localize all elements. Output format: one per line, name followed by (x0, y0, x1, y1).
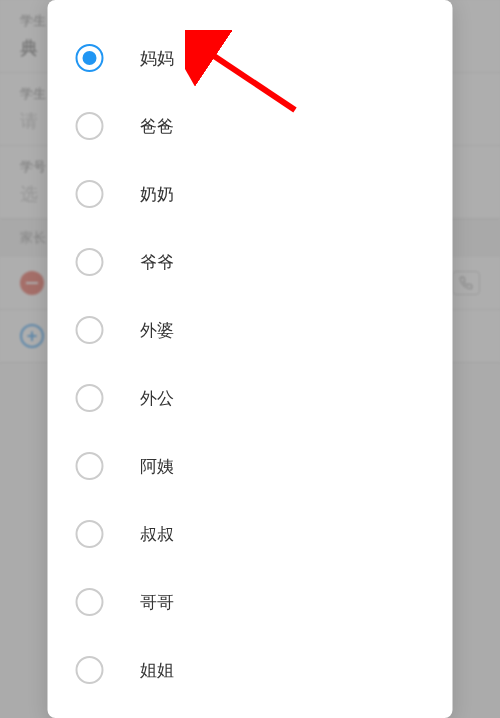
radio-icon (76, 588, 104, 616)
option-guardian[interactable]: 家长 (48, 704, 453, 718)
radio-icon (76, 520, 104, 548)
radio-icon (76, 44, 104, 72)
option-mother[interactable]: 妈妈 (48, 24, 453, 92)
option-label: 哥哥 (140, 591, 174, 614)
radio-icon (76, 452, 104, 480)
option-label: 奶奶 (140, 183, 174, 206)
option-label: 外公 (140, 387, 174, 410)
option-label: 阿姨 (140, 455, 174, 478)
relationship-dialog: 妈妈 爸爸 奶奶 爷爷 外婆 外公 阿姨 叔叔 (48, 0, 453, 718)
option-label: 妈妈 (140, 47, 174, 70)
option-label: 姐姐 (140, 659, 174, 682)
option-paternal-grandfather[interactable]: 爷爷 (48, 228, 453, 296)
radio-icon (76, 248, 104, 276)
option-maternal-grandfather[interactable]: 外公 (48, 364, 453, 432)
option-list: 妈妈 爸爸 奶奶 爷爷 外婆 外公 阿姨 叔叔 (48, 0, 453, 718)
option-paternal-grandmother[interactable]: 奶奶 (48, 160, 453, 228)
option-label: 叔叔 (140, 523, 174, 546)
option-father[interactable]: 爸爸 (48, 92, 453, 160)
radio-icon (76, 112, 104, 140)
radio-icon (76, 180, 104, 208)
option-label: 爸爸 (140, 115, 174, 138)
option-older-brother[interactable]: 哥哥 (48, 568, 453, 636)
option-uncle[interactable]: 叔叔 (48, 500, 453, 568)
option-aunt[interactable]: 阿姨 (48, 432, 453, 500)
option-label: 爷爷 (140, 251, 174, 274)
option-label: 外婆 (140, 319, 174, 342)
radio-icon (76, 316, 104, 344)
radio-icon (76, 656, 104, 684)
radio-icon (76, 384, 104, 412)
option-older-sister[interactable]: 姐姐 (48, 636, 453, 704)
option-maternal-grandmother[interactable]: 外婆 (48, 296, 453, 364)
